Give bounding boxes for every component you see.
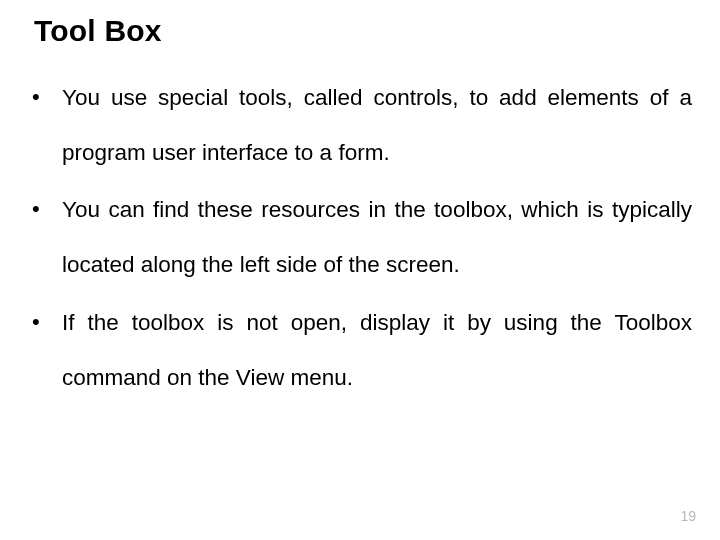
list-item: If the toolbox is not open, display it b… (28, 295, 692, 405)
bullet-list: You use special tools, called controls, … (28, 70, 692, 405)
slide: Tool Box You use special tools, called c… (0, 0, 720, 540)
list-item: You can find these resources in the tool… (28, 182, 692, 292)
page-number: 19 (680, 508, 696, 524)
list-item: You use special tools, called controls, … (28, 70, 692, 180)
page-title: Tool Box (34, 14, 692, 48)
